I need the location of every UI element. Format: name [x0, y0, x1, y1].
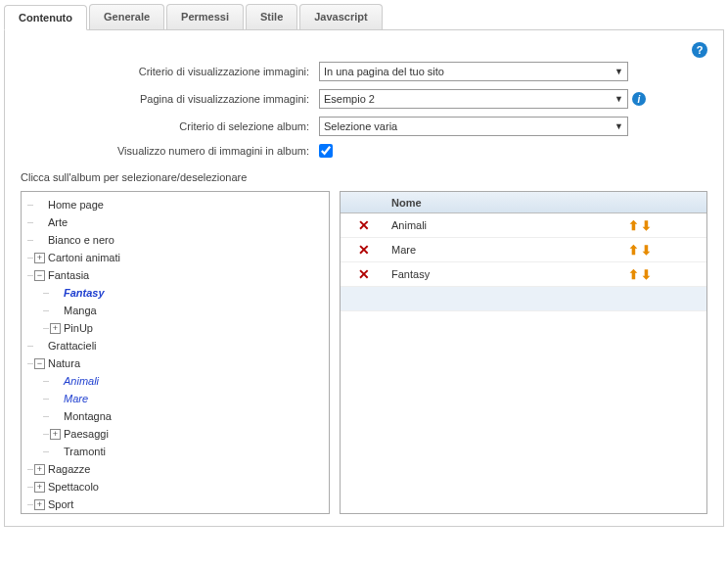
expand-icon[interactable]: +	[50, 323, 61, 334]
tree-connector-icon: ┄	[27, 358, 32, 369]
checkbox-show-num[interactable]	[319, 144, 333, 158]
tree-connector-icon: ┄	[27, 499, 32, 510]
tree-node-label[interactable]: Paesaggi	[64, 428, 109, 440]
tree-node-label[interactable]: Montagna	[64, 410, 112, 422]
tree-node-label[interactable]: Sport	[48, 498, 73, 510]
tree-connector-icon: ┄	[43, 394, 48, 404]
table-row: ✕Fantasy⬆⬇	[341, 262, 706, 287]
arrow-down-icon[interactable]: ⬇	[641, 243, 652, 258]
tree-node-label[interactable]: Manga	[64, 305, 97, 316]
expand-icon[interactable]: +	[34, 464, 45, 475]
table-cell-name: Fantasy	[387, 268, 628, 280]
tree-node[interactable]: ┄Animali	[27, 372, 323, 390]
tab-permessi[interactable]: Permessi	[166, 4, 244, 29]
tree-node[interactable]: ┄−Natura	[27, 354, 323, 372]
select-pag-vis[interactable]: Esempio 2 ▼	[319, 89, 628, 109]
select-pag-vis-value: Esempio 2	[324, 93, 375, 105]
arrow-up-icon[interactable]: ⬆	[628, 243, 639, 258]
tree-node-label[interactable]: Animali	[64, 375, 99, 387]
tree-connector-icon: ┄	[43, 306, 48, 316]
tree-node[interactable]: ┄Arte	[27, 213, 323, 231]
tree-node[interactable]: ┄+Ragazze	[27, 460, 323, 478]
tree-node[interactable]: ┄Home page	[27, 196, 323, 213]
tree-node-label[interactable]: Fantasy	[64, 287, 105, 299]
tree-node[interactable]: ┄Tramonti	[27, 443, 323, 460]
tree-node[interactable]: ┄+PinUp	[27, 319, 323, 337]
tree-node[interactable]: ┄+Veicoli	[27, 513, 323, 514]
tree-node-label[interactable]: Grattacieli	[48, 340, 97, 352]
label-crit-sel: Criterio di selezione album:	[21, 120, 319, 132]
arrow-down-icon[interactable]: ⬇	[641, 267, 652, 282]
tree-node[interactable]: ┄+Sport	[27, 495, 323, 513]
tree-node[interactable]: ┄Mare	[27, 390, 323, 407]
info-icon[interactable]: i	[632, 92, 646, 106]
tree-connector-icon: ┄	[27, 341, 32, 352]
table-cell-name: Mare	[387, 244, 628, 256]
tree-connector-icon: ┄	[27, 270, 32, 281]
tree-node-label[interactable]: Fantasia	[48, 269, 89, 281]
tree-node-label[interactable]: Mare	[64, 393, 88, 404]
tree-node[interactable]: ┄Grattacieli	[27, 337, 323, 354]
arrow-up-icon[interactable]: ⬆	[628, 267, 639, 282]
label-crit-vis: Criterio di visualizzazione immagini:	[21, 66, 319, 77]
select-crit-sel[interactable]: Selezione varia ▼	[319, 117, 628, 136]
table-row: ✕Animali⬆⬇	[341, 213, 706, 238]
tree-connector-icon: ┄	[27, 235, 32, 246]
tree-connector-icon: ┄	[27, 482, 32, 493]
tree-node-label[interactable]: PinUp	[64, 322, 93, 334]
tree-node[interactable]: ┄Fantasy	[27, 284, 323, 302]
remove-icon[interactable]: ✕	[358, 266, 370, 282]
tree-node[interactable]: ┄Montagna	[27, 407, 323, 425]
remove-icon[interactable]: ✕	[358, 242, 370, 258]
tree-connector-icon: ┄	[27, 253, 32, 263]
selection-table: Nome ✕Animali⬆⬇✕Mare⬆⬇✕Fantasy⬆⬇	[340, 191, 707, 514]
instruction-text: Clicca sull'album per selezionare/desele…	[21, 171, 707, 183]
tree-node[interactable]: ┄−Fantasia	[27, 266, 323, 284]
tree-node-label[interactable]: Cartoni animati	[48, 252, 120, 263]
tree-node-label[interactable]: Arte	[48, 216, 68, 228]
table-row: ✕Mare⬆⬇	[341, 238, 706, 262]
expand-icon[interactable]: +	[34, 499, 45, 510]
tree-node[interactable]: ┄+Cartoni animati	[27, 249, 323, 266]
expand-icon[interactable]: +	[34, 253, 45, 263]
album-tree[interactable]: ┄Home page┄Arte┄Bianco e nero┄+Cartoni a…	[21, 191, 330, 514]
collapse-icon[interactable]: −	[34, 358, 45, 369]
tree-node[interactable]: ┄+Paesaggi	[27, 425, 323, 443]
remove-icon[interactable]: ✕	[358, 217, 370, 233]
tree-node-label[interactable]: Natura	[48, 357, 80, 369]
tree-node[interactable]: ┄Manga	[27, 302, 323, 319]
tab-javascript[interactable]: Javascript	[299, 4, 382, 29]
tree-connector-icon: ┄	[43, 288, 48, 299]
expand-icon[interactable]: +	[50, 429, 61, 440]
select-crit-vis-value: In una pagina del tuo sito	[324, 66, 444, 77]
table-header-name: Nome	[387, 197, 628, 209]
arrow-down-icon[interactable]: ⬇	[641, 218, 652, 233]
tree-connector-icon: ┄	[43, 376, 48, 387]
chevron-down-icon: ▼	[614, 67, 623, 76]
collapse-icon[interactable]: −	[34, 270, 45, 281]
tree-connector-icon: ┄	[43, 411, 48, 422]
tree-node-label[interactable]: Ragazze	[48, 463, 90, 475]
tree-node-label[interactable]: Home page	[48, 199, 104, 211]
tab-panel: ? Criterio di visualizzazione immagini: …	[4, 30, 724, 527]
tree-node-label[interactable]: Bianco e nero	[48, 234, 114, 246]
arrow-up-icon[interactable]: ⬆	[628, 218, 639, 233]
table-empty-row	[341, 287, 706, 311]
tree-node[interactable]: ┄+Spettacolo	[27, 478, 323, 495]
tree-node[interactable]: ┄Bianco e nero	[27, 231, 323, 249]
tree-connector-icon: ┄	[27, 200, 32, 211]
expand-icon[interactable]: +	[34, 482, 45, 493]
tab-stile[interactable]: Stile	[246, 4, 297, 29]
select-crit-vis[interactable]: In una pagina del tuo sito ▼	[319, 62, 628, 81]
tree-node-label[interactable]: Tramonti	[64, 446, 106, 457]
tab-contenuto[interactable]: Contenuto	[4, 5, 87, 30]
chevron-down-icon: ▼	[614, 94, 623, 104]
tree-connector-icon: ┄	[43, 429, 48, 440]
tab-bar: ContenutoGeneralePermessiStileJavascript	[4, 4, 724, 30]
table-cell-name: Animali	[387, 219, 628, 231]
chevron-down-icon: ▼	[614, 121, 623, 131]
tree-connector-icon: ┄	[43, 447, 48, 457]
tree-node-label[interactable]: Spettacolo	[48, 481, 99, 493]
help-icon[interactable]: ?	[692, 42, 707, 58]
tab-generale[interactable]: Generale	[89, 4, 164, 29]
